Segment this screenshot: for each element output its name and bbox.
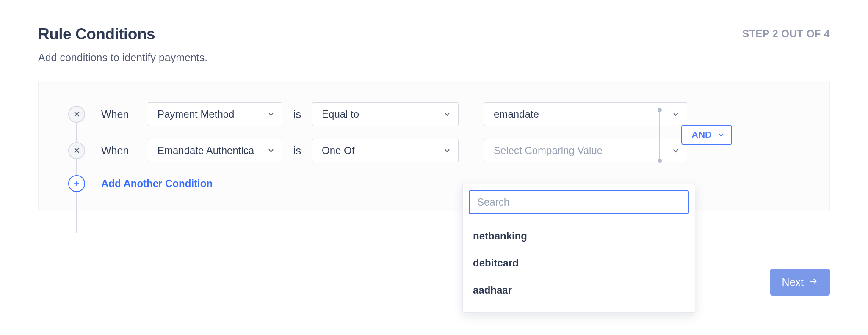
chevron-down-icon xyxy=(672,111,679,118)
field-select[interactable]: Payment Method xyxy=(148,102,282,126)
is-label: is xyxy=(293,108,301,121)
next-button-label: Next xyxy=(782,276,804,288)
value-select[interactable]: Select Comparing Value xyxy=(484,139,687,162)
arrow-right-icon xyxy=(809,276,818,288)
add-condition-link[interactable]: Add Another Condition xyxy=(101,178,213,189)
field-select[interactable]: Emandate Authentica xyxy=(148,139,282,162)
next-button[interactable]: Next xyxy=(770,269,830,296)
value-select[interactable]: emandate xyxy=(484,102,687,126)
page-subtitle: Add conditions to identify payments. xyxy=(38,52,830,64)
conditions-card: ✕ When Payment Method is Equal to emanda… xyxy=(38,81,830,211)
dropdown-search-input[interactable] xyxy=(469,190,689,214)
plus-icon: + xyxy=(74,178,80,189)
page-title: Rule Conditions xyxy=(38,25,155,43)
field-select-value: Payment Method xyxy=(158,108,234,120)
close-icon: ✕ xyxy=(73,146,80,156)
operator-select[interactable]: One Of xyxy=(312,139,459,162)
join-operator-select[interactable]: AND xyxy=(681,125,732,145)
close-icon: ✕ xyxy=(73,109,80,119)
field-select-value: Emandate Authentica xyxy=(158,145,254,157)
condition-row: ✕ When Payment Method is Equal to emanda… xyxy=(68,102,800,126)
chevron-down-icon xyxy=(444,111,451,118)
chevron-down-icon xyxy=(444,147,451,154)
value-dropdown: netbanking debitcard aadhaar xyxy=(462,184,695,313)
dropdown-option[interactable]: netbanking xyxy=(469,222,689,250)
chevron-down-icon xyxy=(268,147,274,154)
when-label: When xyxy=(101,145,135,157)
chevron-down-icon xyxy=(672,147,679,154)
chevron-down-icon xyxy=(718,132,724,138)
value-select-placeholder: Select Comparing Value xyxy=(494,145,603,157)
step-indicator: STEP 2 OUT OF 4 xyxy=(742,28,830,40)
join-operator-value: AND xyxy=(691,129,712,140)
operator-select-value: Equal to xyxy=(322,108,359,120)
remove-condition-button[interactable]: ✕ xyxy=(68,106,85,123)
operator-select[interactable]: Equal to xyxy=(312,102,459,126)
remove-condition-button[interactable]: ✕ xyxy=(68,142,85,159)
dropdown-option[interactable]: aadhaar xyxy=(469,277,689,304)
join-rail xyxy=(659,110,660,161)
add-condition-button[interactable]: + xyxy=(68,175,85,192)
operator-select-value: One Of xyxy=(322,145,354,157)
chevron-down-icon xyxy=(268,111,274,118)
value-select-value: emandate xyxy=(494,108,539,120)
when-label: When xyxy=(101,108,135,121)
dropdown-option[interactable]: debitcard xyxy=(469,250,689,277)
is-label: is xyxy=(293,145,301,157)
